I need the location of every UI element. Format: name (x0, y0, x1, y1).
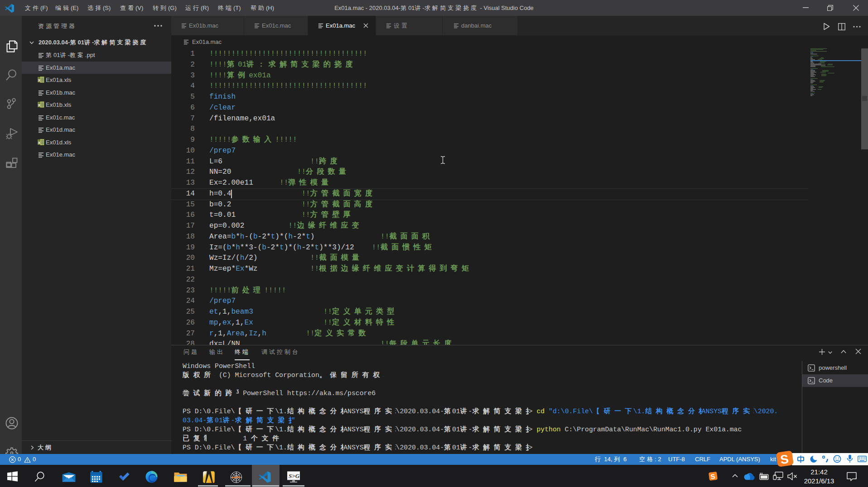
svg-text:S: S (710, 473, 716, 481)
svg-text:S>G: S>G (289, 473, 300, 479)
svg-text:x: x (38, 140, 40, 144)
svg-text:x: x (38, 78, 40, 82)
svg-text:x: x (38, 103, 40, 107)
